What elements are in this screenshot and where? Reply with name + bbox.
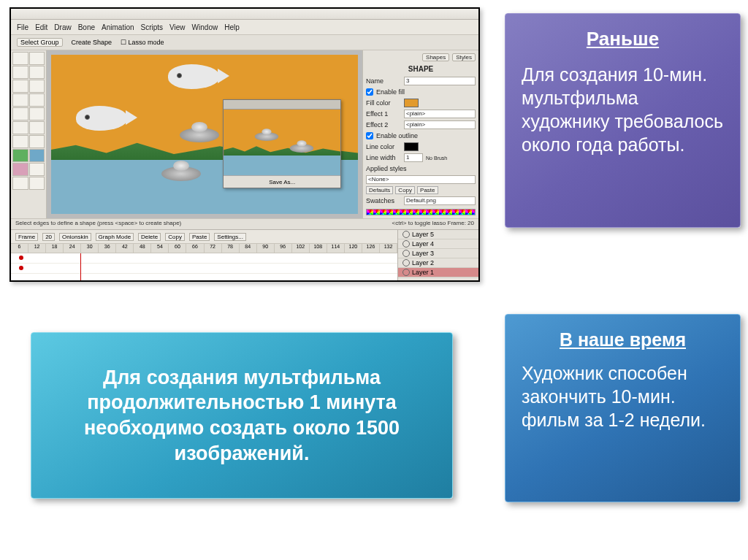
tool-icon[interactable]: [12, 107, 28, 120]
tool-icon[interactable]: [29, 121, 45, 134]
tool-icon[interactable]: [12, 177, 28, 190]
menu-window[interactable]: Window: [192, 23, 218, 31]
menu-view[interactable]: View: [169, 23, 186, 31]
tool-icon[interactable]: [12, 66, 28, 79]
info-card-before: Раньше Для создания 10-мин. мультфильма …: [505, 13, 741, 228]
tool-icon[interactable]: [29, 107, 45, 120]
shapes-tab[interactable]: Shapes: [422, 53, 449, 61]
fish-shape[interactable]: [168, 64, 219, 89]
ruler-tick: 18: [46, 244, 64, 253]
tl-delete-button[interactable]: Delete: [138, 233, 161, 241]
swatches-grid[interactable]: [366, 209, 476, 215]
defaults-button[interactable]: Defaults: [366, 186, 393, 194]
line-width-input[interactable]: 1: [404, 153, 423, 162]
menu-edit[interactable]: Edit: [35, 23, 47, 31]
ruler-tick: 120: [345, 244, 362, 253]
enable-fill-checkbox[interactable]: [366, 88, 373, 96]
preview-window[interactable]: Save As...: [223, 99, 341, 188]
hint-left: Select edges to define a shape (press <s…: [15, 220, 181, 229]
eye-icon[interactable]: [402, 231, 410, 238]
timeline-tracks[interactable]: [11, 253, 397, 281]
menu-scripts[interactable]: Scripts: [141, 23, 164, 31]
paste-button[interactable]: Paste: [417, 186, 438, 194]
layer-row[interactable]: Layer 1: [398, 268, 478, 277]
styles-tab[interactable]: Styles: [452, 53, 476, 61]
swatch-file-select[interactable]: Default.png: [404, 196, 476, 205]
menu-file[interactable]: File: [17, 23, 28, 31]
effect1-label: Effect 1: [366, 110, 401, 118]
color-swatch[interactable]: [29, 149, 45, 162]
select-group-button[interactable]: Select Group: [17, 38, 63, 47]
ruler-tick: 60: [169, 244, 186, 253]
ruler-tick: 54: [151, 244, 169, 253]
ruler-tick: 114: [327, 244, 345, 253]
menubar: File Edit Draw Bone Animation Scripts Vi…: [11, 20, 478, 35]
tool-icon[interactable]: [29, 80, 45, 93]
line-color-swatch[interactable]: [404, 142, 419, 151]
layer-row[interactable]: Layer 5: [398, 230, 478, 239]
frame-input[interactable]: 20: [42, 233, 55, 241]
style-select[interactable]: <None>: [366, 175, 476, 184]
tool-icon[interactable]: [29, 93, 45, 107]
tool-icon[interactable]: [29, 135, 45, 148]
copy-button[interactable]: Copy: [395, 186, 415, 194]
enable-outline-checkbox[interactable]: [366, 132, 373, 139]
eye-icon[interactable]: [402, 269, 410, 276]
tool-icon[interactable]: [29, 177, 45, 190]
menu-help[interactable]: Help: [224, 23, 240, 31]
eye-icon[interactable]: [402, 259, 410, 266]
tool-icon[interactable]: [12, 121, 28, 134]
lasso-mode-checkbox[interactable]: ☐ Lasso mode: [121, 39, 164, 46]
line-width-label: Line width: [366, 154, 401, 161]
animation-app-screenshot: File Edit Draw Bone Animation Scripts Vi…: [9, 7, 480, 282]
menu-draw[interactable]: Draw: [54, 23, 71, 31]
ruler-tick: 6: [11, 244, 28, 253]
create-shape-label: Create Shape: [72, 39, 112, 46]
canvas[interactable]: Save As...: [51, 55, 358, 214]
onionskin-toggle[interactable]: Onionskin: [59, 233, 91, 241]
tl-settings-button[interactable]: Settings...: [214, 233, 246, 241]
tl-copy-button[interactable]: Copy: [165, 233, 185, 241]
info-card-fact: Для создания мультфильма продолжительнос…: [31, 332, 453, 499]
layer-row[interactable]: Layer 4: [398, 239, 478, 249]
effect2-label: Effect 2: [366, 121, 401, 129]
menu-bone[interactable]: Bone: [78, 23, 95, 31]
color-swatch[interactable]: [12, 149, 28, 162]
tool-icon[interactable]: [12, 52, 28, 65]
tool-icon[interactable]: [29, 163, 45, 176]
layer-label: Layer 1: [412, 269, 434, 276]
effect2-select[interactable]: <plain>: [404, 120, 476, 129]
timeline-ruler[interactable]: 6121824303642485460667278849096102108114…: [11, 244, 397, 253]
preview-save-button[interactable]: Save As...: [224, 175, 340, 188]
eye-icon[interactable]: [402, 250, 410, 257]
layer-row[interactable]: Layer 2: [398, 258, 478, 268]
menu-animation[interactable]: Animation: [102, 23, 134, 31]
tool-icon[interactable]: [12, 80, 28, 93]
hint-right: <ctrl> to toggle lasso Frame: 20: [392, 220, 475, 229]
effect1-select[interactable]: <plain>: [404, 110, 476, 118]
titlebar: [11, 9, 478, 20]
graph-mode-toggle[interactable]: Graph Mode: [96, 233, 134, 241]
ufo-shape[interactable]: [161, 166, 201, 181]
eye-icon[interactable]: [402, 240, 410, 248]
ruler-tick: 42: [116, 244, 134, 253]
ruler-tick: 72: [205, 244, 222, 253]
keyframe-icon[interactable]: [19, 266, 23, 270]
name-input[interactable]: 3: [404, 77, 476, 85]
color-swatch[interactable]: [12, 163, 28, 176]
fill-color-swatch[interactable]: [404, 99, 419, 107]
playhead-icon[interactable]: [80, 253, 81, 281]
keyframe-icon[interactable]: [19, 256, 23, 260]
preview-titlebar[interactable]: [224, 100, 340, 110]
tool-icon[interactable]: [29, 66, 45, 79]
tool-icon[interactable]: [29, 52, 45, 65]
ufo-shape[interactable]: [180, 128, 219, 142]
card-body: Художник способен закончить 10-мин. филь…: [522, 361, 724, 431]
tl-paste-button[interactable]: Paste: [189, 233, 210, 241]
layer-label: Layer 5: [412, 231, 434, 238]
layer-row[interactable]: Layer 3: [398, 249, 478, 258]
tool-icon[interactable]: [12, 93, 28, 107]
tool-icon[interactable]: [12, 135, 28, 148]
fish-shape[interactable]: [76, 106, 127, 131]
tool-palette: [11, 50, 47, 218]
